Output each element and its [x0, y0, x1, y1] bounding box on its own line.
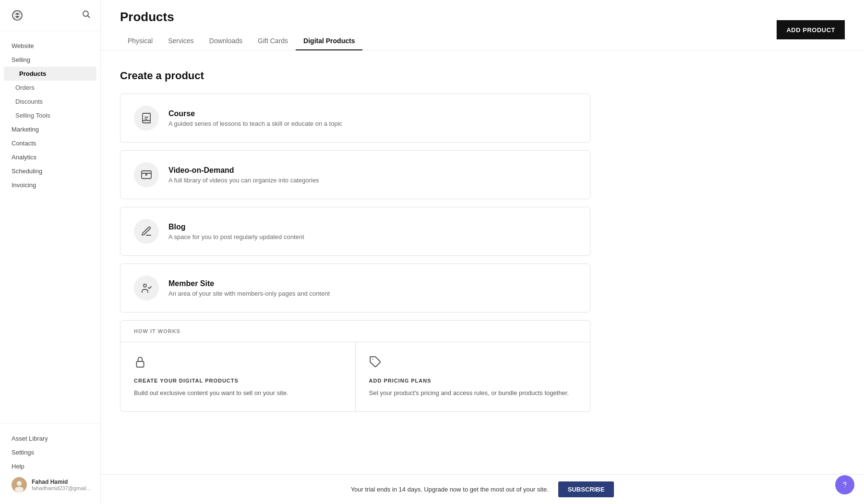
- create-step-label: CREATE YOUR DIGITAL PRODUCTS: [134, 378, 342, 384]
- user-profile[interactable]: Fahad Hamid fahadhamid237@gmail...: [8, 473, 93, 496]
- blog-description: A space for you to post regularly update…: [168, 233, 576, 240]
- course-description: A guided series of lessons to teach a sk…: [168, 120, 576, 127]
- sidebar-item-help[interactable]: Help: [8, 459, 93, 473]
- product-card-video[interactable]: Video-on-Demand A full library of videos…: [120, 150, 590, 199]
- page-title: Products: [120, 10, 362, 24]
- user-info: Fahad Hamid fahadhamid237@gmail...: [32, 479, 90, 491]
- sidebar-item-website[interactable]: Website: [0, 39, 100, 53]
- tab-gift-cards[interactable]: Gift Cards: [250, 32, 296, 50]
- avatar: [12, 477, 27, 492]
- trial-bar: Your trial ends in 14 days. Upgrade now …: [101, 474, 864, 504]
- sidebar-item-analytics[interactable]: Analytics: [0, 150, 100, 164]
- product-card-blog[interactable]: Blog A space for you to post regularly u…: [120, 207, 590, 256]
- sidebar-item-discounts[interactable]: Discounts: [0, 95, 100, 108]
- squarespace-logo[interactable]: [10, 8, 25, 23]
- search-icon[interactable]: [82, 10, 91, 21]
- add-product-button[interactable]: ADD PRODUCT: [777, 20, 845, 39]
- sidebar-item-scheduling[interactable]: Scheduling: [0, 164, 100, 178]
- how-it-works-header: HOW IT WORKS: [120, 321, 590, 342]
- svg-point-5: [17, 481, 22, 486]
- sidebar-item-selling-tools[interactable]: Selling Tools: [0, 108, 100, 122]
- svg-rect-12: [136, 361, 144, 367]
- course-icon: [141, 112, 152, 124]
- subscribe-button[interactable]: SUBSCRIBE: [558, 481, 614, 497]
- tab-services[interactable]: Services: [160, 32, 202, 50]
- page-header: Products Physical Services Downloads Gif…: [101, 0, 864, 50]
- member-description: An area of your site with members-only p…: [168, 290, 576, 297]
- sidebar-item-products[interactable]: Products: [4, 67, 96, 81]
- tab-physical[interactable]: Physical: [120, 32, 160, 50]
- sidebar-item-asset-library[interactable]: Asset Library: [8, 432, 93, 445]
- course-name: Course: [168, 109, 576, 118]
- how-it-works-section: HOW IT WORKS CREATE YOUR DIGITAL PRODUCT…: [120, 320, 590, 412]
- video-icon-wrap: [134, 162, 159, 187]
- course-info: Course A guided series of lessons to tea…: [168, 109, 576, 127]
- sidebar-item-invoicing[interactable]: Invoicing: [0, 178, 100, 192]
- sidebar-item-marketing[interactable]: Marketing: [0, 122, 100, 136]
- main-content: Products Physical Services Downloads Gif…: [101, 0, 864, 504]
- lock-icon: [134, 356, 342, 370]
- blog-icon: [141, 226, 152, 237]
- create-product-title: Create a product: [120, 70, 845, 82]
- how-it-works-body: CREATE YOUR DIGITAL PRODUCTS Build out e…: [120, 342, 590, 411]
- member-info: Member Site An area of your site with me…: [168, 279, 576, 297]
- video-info: Video-on-Demand A full library of videos…: [168, 166, 576, 184]
- svg-line-3: [88, 16, 90, 18]
- sidebar-bottom: Asset Library Settings Help Fahad Hamid …: [0, 423, 100, 504]
- product-card-course[interactable]: Course A guided series of lessons to tea…: [120, 94, 590, 143]
- video-name: Video-on-Demand: [168, 166, 576, 175]
- user-name: Fahad Hamid: [32, 479, 90, 485]
- sidebar: Website Selling Products Orders Discount…: [0, 0, 101, 504]
- trial-text: Your trial ends in 14 days. Upgrade now …: [351, 486, 549, 493]
- main-scroll-area: Create a product Course A guided series …: [101, 50, 864, 474]
- tab-digital-products[interactable]: Digital Products: [296, 32, 362, 50]
- product-tabs: Physical Services Downloads Gift Cards D…: [120, 32, 362, 50]
- product-card-member[interactable]: Member Site An area of your site with me…: [120, 264, 590, 312]
- user-email: fahadhamid237@gmail...: [32, 485, 90, 491]
- pricing-step-label: ADD PRICING PLANS: [369, 378, 577, 384]
- sidebar-item-orders[interactable]: Orders: [0, 81, 100, 95]
- blog-info: Blog A space for you to post regularly u…: [168, 223, 576, 240]
- video-icon: [141, 169, 152, 180]
- create-step-description: Build out exclusive content you want to …: [134, 388, 342, 398]
- help-icon[interactable]: [835, 475, 854, 494]
- sidebar-item-contacts[interactable]: Contacts: [0, 136, 100, 150]
- how-step-pricing: ADD PRICING PLANS Set your product's pri…: [355, 342, 590, 411]
- blog-icon-wrap: [134, 219, 159, 244]
- svg-point-6: [15, 487, 24, 492]
- member-icon-wrap: [134, 276, 159, 300]
- video-description: A full library of videos you can organiz…: [168, 177, 576, 184]
- sidebar-header: [0, 0, 100, 31]
- sidebar-item-settings[interactable]: Settings: [8, 445, 93, 459]
- member-name: Member Site: [168, 279, 576, 288]
- blog-name: Blog: [168, 223, 576, 231]
- course-icon-wrap: [134, 106, 159, 131]
- svg-point-15: [844, 487, 845, 488]
- svg-point-11: [144, 284, 146, 287]
- member-icon: [141, 282, 152, 294]
- tag-icon: [369, 356, 577, 370]
- header-left: Products Physical Services Downloads Gif…: [120, 10, 362, 50]
- svg-point-2: [83, 11, 88, 16]
- pricing-step-description: Set your product's pricing and access ru…: [369, 388, 577, 398]
- sidebar-item-selling[interactable]: Selling: [0, 53, 100, 67]
- how-step-create: CREATE YOUR DIGITAL PRODUCTS Build out e…: [120, 342, 355, 411]
- sidebar-nav: Website Selling Products Orders Discount…: [0, 31, 100, 423]
- tab-downloads[interactable]: Downloads: [202, 32, 250, 50]
